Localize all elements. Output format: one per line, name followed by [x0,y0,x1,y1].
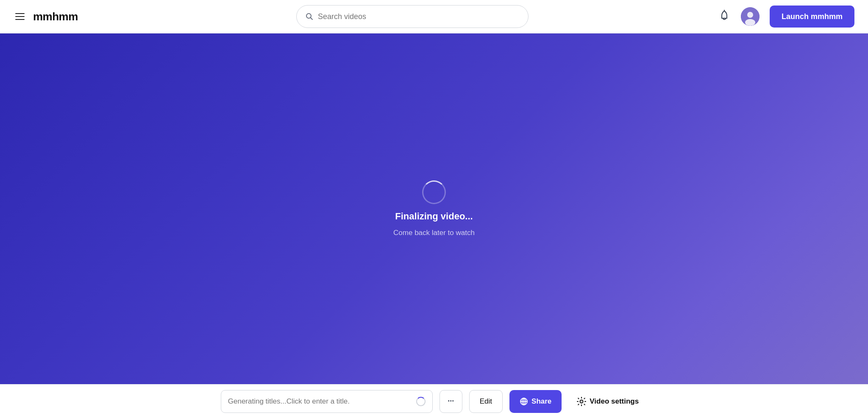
svg-point-5 [745,19,755,26]
svg-point-4 [747,12,753,18]
share-button[interactable]: Share [509,390,562,413]
edit-button[interactable]: Edit [469,390,503,413]
notification-icon[interactable] [718,9,731,24]
video-settings-button[interactable]: Video settings [568,390,647,413]
search-input[interactable] [318,12,520,21]
avatar[interactable] [741,7,760,26]
bottom-bar: ··· Edit Share Video settings [0,384,868,418]
gear-icon [577,397,586,406]
loading-title: Finalizing video... [395,211,473,222]
search-icon [305,12,314,21]
logo: mmhmm [33,10,78,23]
header: mmhmm Launch mmhmm [0,0,868,33]
menu-icon[interactable] [14,11,26,22]
header-left: mmhmm [14,10,107,23]
svg-line-1 [310,18,312,20]
header-center [107,5,718,28]
title-input-container [221,390,433,413]
globe-icon [520,397,528,406]
more-button[interactable]: ··· [440,390,462,413]
svg-point-10 [580,400,583,403]
loading-subtitle: Come back later to watch [393,229,475,237]
title-input[interactable] [228,397,412,406]
launch-button[interactable]: Launch mmhmm [770,6,854,28]
title-loading-spinner [416,397,426,406]
header-right: Launch mmhmm [718,6,854,28]
search-container [296,5,529,28]
loading-container: Finalizing video... Come back later to w… [393,180,475,237]
video-area: Finalizing video... Come back later to w… [0,33,868,384]
loading-spinner [422,180,446,204]
